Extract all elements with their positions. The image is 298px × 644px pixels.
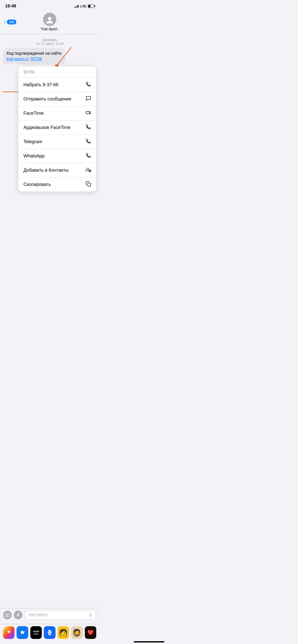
telegram-phone-icon [86,138,91,145]
lte-label: LTE [80,4,86,8]
message-link-domain[interactable]: trial-sport.ru [7,57,28,61]
context-item-whatsapp-label: WhatsApp [23,153,45,159]
context-item-copy-label: Скопировать [23,182,51,187]
contact-header: Trial-Sport › [40,13,59,31]
avatar [43,13,56,26]
back-badge[interactable]: 102 [7,20,17,24]
contact-chevron-icon: › [58,27,59,31]
video-icon [86,110,91,117]
message-link-code[interactable]: 93766 [31,57,42,61]
context-menu: 93766 Набрать 9-37-66 Отправить сообщени… [18,66,96,192]
context-item-add-contact-label: Добавить в Контакты [23,168,69,173]
phone-audio-icon [86,124,91,131]
context-item-facetime-audio-label: Аудиовызов FaceTime [23,125,71,130]
svg-point-0 [48,17,51,20]
svg-line-4 [56,47,71,66]
context-menu-header: 93766 [18,66,96,78]
context-item-telegram[interactable]: Telegram [18,135,96,149]
battery-icon [88,5,94,8]
message-icon [86,96,91,103]
copy-icon [86,181,91,188]
context-item-call-label: Набрать 9-37-66 [23,82,59,87]
context-item-facetime-label: FaceTime [23,111,44,116]
status-icons: LTE [74,4,94,8]
context-item-facetime-audio[interactable]: Аудиовызов FaceTime [18,121,96,135]
add-contact-icon [85,167,91,174]
message-timestamp: SMS/MMS Пн, 11 марта, 12:19 [0,38,99,46]
context-item-call[interactable]: Набрать 9-37-66 [18,78,96,92]
status-time: 18:48 [5,4,16,9]
nav-bar: ‹ 102 Trial-Sport › [0,11,99,34]
context-item-whatsapp[interactable]: WhatsApp [18,149,96,163]
context-item-message[interactable]: Отправить сообщение [18,92,96,106]
whatsapp-phone-icon [86,153,91,159]
svg-rect-11 [88,183,91,186]
context-item-facetime[interactable]: FaceTime [18,106,96,121]
chat-area: SMS/MMS Пн, 11 марта, 12:19 Код подтверж… [0,34,99,196]
back-chevron-icon: ‹ [4,19,6,24]
phone-icon [86,81,91,88]
context-item-message-label: Отправить сообщение [23,96,71,102]
context-item-add-contact[interactable]: Добавить в Контакты [18,163,96,178]
person-icon [46,15,54,23]
signal-icon [74,5,79,8]
contact-name[interactable]: Trial-Sport › [40,27,59,31]
status-bar: 18:48 LTE [0,0,99,11]
svg-point-1 [46,21,53,23]
svg-rect-6 [86,112,89,114]
context-item-copy[interactable]: Скопировать [18,178,96,192]
context-item-telegram-label: Telegram [23,139,42,144]
back-button[interactable]: ‹ 102 [4,19,16,24]
